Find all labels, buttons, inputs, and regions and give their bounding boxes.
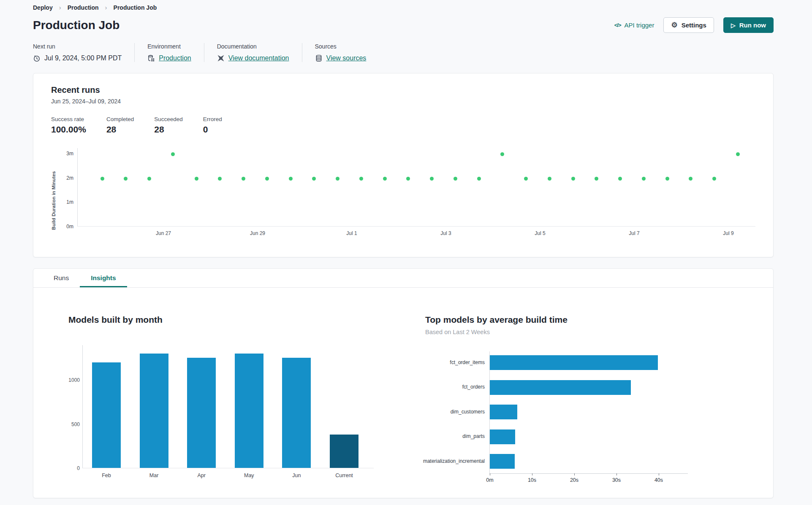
run-point[interactable] [689,177,693,181]
duration-x-tick-label: Jun 27 [147,230,180,236]
run-point[interactable] [571,177,575,181]
build-duration-y-axis-label: Build Duration in Minutes [51,151,56,230]
duration-x-tick-label: Jul 9 [712,230,745,236]
run-point[interactable] [171,152,175,156]
page-title: Production Job [33,19,119,32]
build-time-tick-label: 30s [606,477,627,483]
month-bar [330,435,358,468]
models-by-month-chart: Models built by month 05001000FebMarAprM… [68,315,425,474]
model-build-time-bar [490,429,515,444]
dbt-docs-icon [217,54,225,62]
month-label: Feb [90,473,123,478]
duration-x-tick-label: Jun 29 [241,230,274,236]
run-point[interactable] [618,177,622,181]
run-point[interactable] [336,177,339,181]
month-bar [282,358,311,468]
tab-insights[interactable]: Insights [80,269,127,287]
run-point[interactable] [147,177,151,181]
month-label: Jun [280,473,313,478]
breadcrumb-deploy[interactable]: Deploy [33,4,53,11]
run-point[interactable] [406,177,410,181]
run-point[interactable] [312,177,316,181]
build-time-axis-tick [532,473,532,475]
run-point[interactable] [595,177,598,181]
recent-runs-stats: Success rate 100.00% Completed 28 Succee… [51,116,755,135]
month-bar [92,362,121,468]
insights-charts: Models built by month 05001000FebMarAprM… [33,288,773,474]
run-point[interactable] [712,177,716,181]
documentation-group: Documentation View documentation [217,43,302,62]
run-point[interactable] [500,152,504,156]
run-point[interactable] [359,177,363,181]
run-point[interactable] [218,177,222,181]
run-point[interactable] [383,177,387,181]
api-trigger-link[interactable]: </> API trigger [614,22,654,29]
breadcrumb-production[interactable]: Production [68,4,99,11]
build-time-tick-label: 0m [479,477,500,483]
view-documentation-link[interactable]: View documentation [228,54,289,62]
run-now-label: Run now [739,22,766,29]
run-point[interactable] [548,177,551,181]
models-y-tick-label: 500 [65,421,80,427]
run-point[interactable] [195,177,198,181]
stat-errored: Errored 0 [203,116,222,135]
chevron-right-icon: › [105,4,107,11]
month-bar [235,354,263,468]
tab-runs[interactable]: Runs [43,269,80,287]
run-point[interactable] [454,177,457,181]
environment-label: Environment [147,43,191,50]
run-point[interactable] [524,177,528,181]
timer-icon [33,54,41,62]
duration-x-tick-label: Jul 3 [429,230,463,236]
build-time-tick-label: 40s [648,477,669,483]
model-name-label: materialization_incremental [423,458,485,464]
model-build-time-bar [490,355,658,370]
play-icon: ▷ [731,22,736,28]
next-run-value: Jul 9, 2024, 5:00 PM PDT [44,54,122,62]
settings-button[interactable]: ⚙ Settings [663,17,714,33]
insights-card: Runs Insights Models built by month 0500… [33,268,774,498]
model-build-time-bar [490,405,517,419]
month-label: May [232,473,266,478]
build-time-axis-tick [659,473,659,475]
build-time-axis-tick [574,473,575,475]
run-point[interactable] [477,177,481,181]
duration-y-tick-label: 2m [61,175,73,181]
run-point[interactable] [642,177,646,181]
run-point[interactable] [736,152,740,156]
run-now-button[interactable]: ▷ Run now [723,17,774,33]
month-label: Mar [137,473,171,478]
breadcrumb: Deploy › Production › Production Job [33,0,774,11]
environment-link[interactable]: Production [159,54,191,62]
run-point[interactable] [665,177,669,181]
run-point[interactable] [265,177,269,181]
recent-runs-date-range: Jun 25, 2024–Jul 09, 2024 [51,98,755,105]
top-models-subtitle: Based on Last 2 Weeks [425,329,773,335]
model-name-label: dim_parts [462,433,485,439]
month-bar [187,358,216,468]
run-point[interactable] [242,177,245,181]
month-bar [140,354,168,468]
run-point[interactable] [100,177,104,181]
stat-completed: Completed 28 [106,116,134,135]
build-time-tick-label: 20s [564,477,585,483]
duration-y-tick-label: 1m [61,199,73,205]
build-duration-chart: Build Duration in Minutes 0m1m2m3mJun 27… [51,148,755,227]
month-label: Current [327,473,361,478]
run-point[interactable] [124,177,128,181]
models-y-tick-label: 1000 [65,377,80,383]
top-models-title: Top models by average build time [425,315,773,325]
sources-group: Sources View sources [315,43,379,62]
recent-runs-card: Recent runs Jun 25, 2024–Jul 09, 2024 Su… [33,73,774,257]
model-name-label: fct_order_items [450,359,485,365]
header-actions: </> API trigger ⚙ Settings ▷ Run now [614,17,774,33]
stat-succeeded: Succeeded 28 [154,116,183,135]
stat-success-rate: Success rate 100.00% [51,116,86,135]
environment-icon [147,54,155,62]
models-y-tick-label: 0 [65,465,80,471]
tab-bar: Runs Insights [33,269,773,288]
run-point[interactable] [289,177,293,181]
run-point[interactable] [430,177,434,181]
page-content: Deploy › Production › Production Job Pro… [33,0,774,498]
view-sources-link[interactable]: View sources [326,54,367,62]
